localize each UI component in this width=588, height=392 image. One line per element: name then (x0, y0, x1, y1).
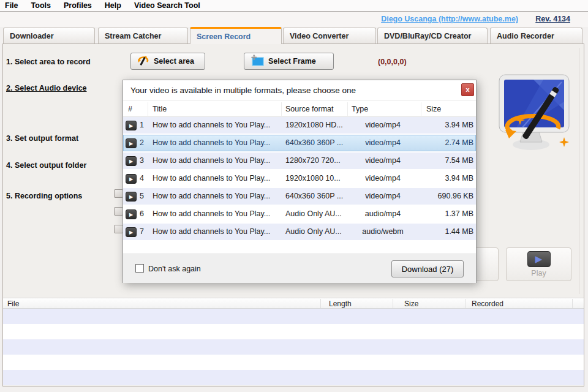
row-type: video/mp4 (349, 174, 417, 183)
format-row-6[interactable]: ▶ 6 How to add channels to You Play... A… (123, 206, 476, 224)
file-table-row (3, 355, 584, 370)
row-checkbox-stub (114, 189, 123, 198)
download-button[interactable]: Download (27) (391, 260, 464, 277)
dialog-table-header: # Title Source format Type Size (123, 100, 476, 117)
play-preview-icon[interactable]: ▶ (126, 121, 137, 130)
dialog-title: Your video is available in multiple form… (130, 86, 356, 95)
step-recording-options: 5. Recording options (6, 192, 82, 200)
tab-video-converter[interactable]: Video Converter (283, 28, 376, 44)
play-preview-icon[interactable]: ▶ (126, 156, 137, 166)
play-preview-icon[interactable]: ▶ (126, 209, 137, 219)
tab-video-converter-label: Video Converter (290, 32, 349, 40)
row-title: How to add channels to You Play... (153, 174, 282, 183)
tab-dvd-bluray-cd-creator-label: DVD/BluRay/CD Creator (384, 32, 471, 40)
menu-profiles[interactable]: Profiles (64, 1, 92, 10)
file-table-row (3, 309, 584, 324)
row-checkbox-stub (114, 225, 123, 233)
row-title: How to add channels to You Play... (153, 192, 282, 200)
col-size[interactable]: Size (404, 300, 418, 308)
dialog-format-list: ▶ 1 How to add channels to You Play... 1… (123, 117, 476, 241)
row-type: audio/mp4 (349, 209, 417, 218)
file-table-row (3, 324, 584, 339)
row-size: 1.37 MB (416, 209, 473, 218)
play-button-label: Play (531, 269, 546, 277)
menu-help[interactable]: Help (105, 1, 121, 10)
tab-downloader-label: Downloader (10, 32, 54, 40)
close-icon[interactable]: x (461, 83, 474, 96)
select-frame-label: Select Frame (268, 57, 316, 66)
row-num: 3 (140, 156, 151, 165)
tab-audio-recorder[interactable]: Audio Recorder (490, 28, 582, 44)
capture-coordinates: (0,0,0,0) (378, 58, 407, 66)
dialog-col-size[interactable]: Size (426, 105, 441, 113)
col-recorded[interactable]: Recorded (472, 300, 503, 308)
col-length[interactable]: Length (329, 300, 352, 308)
play-preview-icon[interactable]: ▶ (126, 174, 137, 184)
tab-dvd-bluray-cd-creator[interactable]: DVD/BluRay/CD Creator (377, 28, 488, 44)
format-row-5[interactable]: ▶ 5 How to add channels to You Play... 6… (123, 188, 476, 206)
row-num: 1 (140, 121, 151, 129)
screen-record-monitor-icon (487, 71, 579, 158)
row-num: 5 (140, 192, 151, 200)
format-row-3[interactable]: ▶ 3 How to add channels to You Play... 1… (123, 153, 476, 170)
row-checkbox-stub (114, 207, 123, 216)
frame-icon (251, 55, 264, 69)
row-source: 1280x720 720... (285, 156, 349, 165)
step-set-output-format: 3. Set output format (6, 134, 78, 143)
dialog-col-num[interactable]: # (128, 105, 132, 113)
author-website-link[interactable]: Diego Uscanga (http://www.atube.me) (381, 15, 518, 23)
row-num: 6 (140, 209, 151, 218)
tab-screen-record-label: Screen Record (197, 32, 251, 41)
magic-wand-icon (137, 55, 149, 69)
panel-divider (579, 48, 579, 294)
row-type: video/mp4 (349, 121, 417, 129)
dialog-col-title[interactable]: Title (153, 105, 167, 113)
row-source: 640x360 360P ... (285, 192, 349, 200)
menu-bar: File Tools Profiles Help Video Search To… (0, 0, 588, 12)
row-type: video/mp4 (349, 192, 417, 200)
dont-ask-again-checkbox[interactable] (135, 264, 144, 273)
row-type: video/mp4 (349, 138, 417, 147)
row-title: How to add channels to You Play... (153, 138, 282, 147)
tab-stream-catcher[interactable]: Stream Catcher (98, 28, 188, 44)
format-row-4[interactable]: ▶ 4 How to add channels to You Play... 1… (123, 170, 476, 188)
dialog-footer: Don't ask again Download (27) (123, 254, 476, 283)
row-size: 1.44 MB (416, 227, 473, 236)
file-table-row (3, 370, 584, 385)
dialog-col-source-format[interactable]: Source format (285, 105, 334, 113)
format-row-2-selected[interactable]: ▶ 2 How to add channels to You Play... 6… (123, 135, 476, 153)
row-size: 3.94 MB (416, 121, 473, 129)
file-table-header: File Length Size Recorded (3, 298, 584, 309)
dialog-col-type[interactable]: Type (352, 105, 368, 113)
menu-tools[interactable]: Tools (31, 1, 51, 10)
format-row-7[interactable]: ▶ 7 How to add channels to You Play... A… (123, 224, 476, 241)
step-select-audio-device[interactable]: 2. Select Audio device (6, 84, 87, 92)
select-area-label: Select area (154, 57, 194, 66)
row-num: 7 (140, 227, 151, 236)
row-source: Audio Only AU... (285, 227, 349, 236)
row-title: How to add channels to You Play... (153, 121, 282, 129)
select-frame-button[interactable]: Select Frame (244, 53, 334, 70)
row-type: audio/webm (349, 227, 417, 236)
row-source: 1920x1080 10... (285, 174, 349, 183)
play-icon: ▶ (527, 251, 551, 267)
format-chooser-dialog: Your video is available in multiple form… (123, 80, 477, 283)
tab-downloader[interactable]: Downloader (3, 28, 95, 44)
menu-video-search-tool[interactable]: Video Search Tool (134, 1, 200, 10)
row-num: 4 (140, 174, 151, 183)
menu-file[interactable]: File (5, 1, 18, 10)
tab-screen-record[interactable]: Screen Record (190, 27, 282, 44)
row-title: How to add channels to You Play... (153, 227, 282, 236)
format-row-1[interactable]: ▶ 1 How to add channels to You Play... 1… (123, 117, 476, 135)
play-preview-icon[interactable]: ▶ (126, 192, 137, 202)
play-preview-icon[interactable]: ▶ (126, 227, 137, 237)
play-button[interactable]: ▶ Play (506, 247, 571, 281)
row-size: 690.96 KB (416, 192, 473, 200)
tab-stream-catcher-label: Stream Catcher (105, 32, 161, 40)
col-file[interactable]: File (7, 300, 19, 308)
play-preview-icon[interactable]: ▶ (126, 138, 137, 148)
row-source: Audio Only AU... (285, 209, 349, 218)
tab-audio-recorder-label: Audio Recorder (497, 32, 554, 40)
select-area-button[interactable]: Select area (130, 53, 205, 70)
row-title: How to add channels to You Play... (153, 156, 282, 165)
